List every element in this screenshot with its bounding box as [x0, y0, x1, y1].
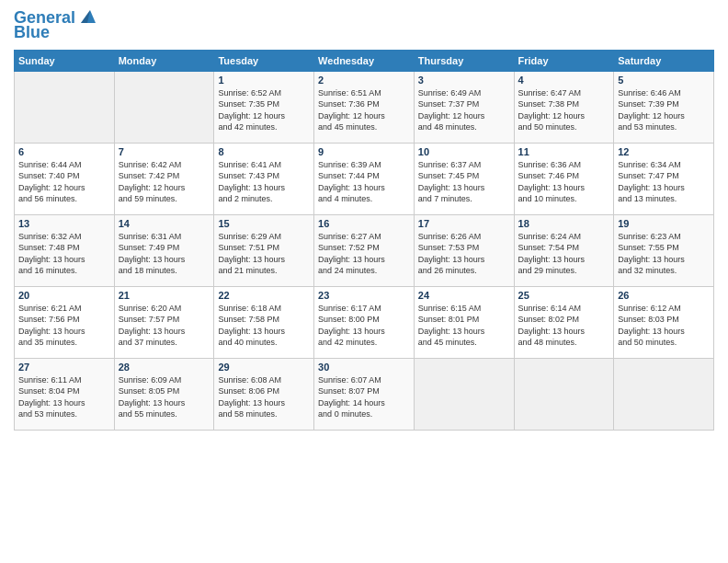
calendar-cell: 30Sunrise: 6:07 AM Sunset: 8:07 PM Dayli…	[314, 358, 415, 430]
day-number: 24	[418, 290, 510, 301]
calendar-cell	[114, 71, 214, 143]
day-number: 16	[318, 218, 410, 229]
calendar-cell: 3Sunrise: 6:49 AM Sunset: 7:37 PM Daylig…	[414, 71, 514, 143]
day-number: 6	[18, 146, 110, 157]
day-number: 21	[119, 290, 210, 301]
day-header: Tuesday	[214, 50, 314, 71]
cell-info: Sunrise: 6:23 AM Sunset: 7:55 PM Dayligh…	[618, 231, 710, 277]
day-number: 3	[418, 75, 510, 86]
calendar-cell: 8Sunrise: 6:41 AM Sunset: 7:43 PM Daylig…	[214, 143, 314, 214]
cell-info: Sunrise: 6:08 AM Sunset: 8:06 PM Dayligh…	[218, 374, 310, 420]
calendar-cell: 14Sunrise: 6:31 AM Sunset: 7:49 PM Dayli…	[114, 214, 214, 286]
day-header: Saturday	[614, 50, 714, 71]
day-header: Sunday	[15, 50, 115, 71]
day-number: 29	[218, 362, 310, 373]
cell-info: Sunrise: 6:14 AM Sunset: 8:02 PM Dayligh…	[518, 303, 610, 349]
calendar-cell: 24Sunrise: 6:15 AM Sunset: 8:01 PM Dayli…	[414, 286, 514, 358]
day-number: 5	[618, 75, 710, 86]
cell-info: Sunrise: 6:42 AM Sunset: 7:42 PM Dayligh…	[119, 159, 210, 205]
cell-info: Sunrise: 6:52 AM Sunset: 7:35 PM Dayligh…	[218, 87, 310, 133]
cell-info: Sunrise: 6:47 AM Sunset: 7:38 PM Dayligh…	[518, 87, 610, 133]
cell-info: Sunrise: 6:27 AM Sunset: 7:52 PM Dayligh…	[318, 231, 410, 277]
day-header: Wednesday	[314, 50, 415, 71]
calendar-cell	[614, 358, 714, 430]
cell-info: Sunrise: 6:12 AM Sunset: 8:03 PM Dayligh…	[618, 303, 710, 349]
day-number: 20	[18, 290, 110, 301]
cell-info: Sunrise: 6:36 AM Sunset: 7:46 PM Dayligh…	[518, 159, 610, 205]
day-number: 11	[518, 146, 610, 157]
calendar-cell: 26Sunrise: 6:12 AM Sunset: 8:03 PM Dayli…	[614, 286, 714, 358]
calendar-cell: 28Sunrise: 6:09 AM Sunset: 8:05 PM Dayli…	[114, 358, 214, 430]
cell-info: Sunrise: 6:29 AM Sunset: 7:51 PM Dayligh…	[218, 231, 310, 277]
cell-info: Sunrise: 6:44 AM Sunset: 7:40 PM Dayligh…	[18, 159, 110, 205]
calendar-cell: 20Sunrise: 6:21 AM Sunset: 7:56 PM Dayli…	[15, 286, 115, 358]
calendar-cell: 19Sunrise: 6:23 AM Sunset: 7:55 PM Dayli…	[614, 214, 714, 286]
day-header: Monday	[114, 50, 214, 71]
day-number: 8	[218, 146, 310, 157]
day-number: 23	[318, 290, 410, 301]
cell-info: Sunrise: 6:21 AM Sunset: 7:56 PM Dayligh…	[18, 303, 110, 349]
calendar-cell: 25Sunrise: 6:14 AM Sunset: 8:02 PM Dayli…	[514, 286, 614, 358]
calendar-cell	[15, 71, 115, 143]
calendar-cell: 2Sunrise: 6:51 AM Sunset: 7:36 PM Daylig…	[314, 71, 415, 143]
calendar-cell: 11Sunrise: 6:36 AM Sunset: 7:46 PM Dayli…	[514, 143, 614, 214]
calendar-table: SundayMondayTuesdayWednesdayThursdayFrid…	[14, 50, 714, 431]
day-header: Thursday	[414, 50, 514, 71]
calendar-cell: 1Sunrise: 6:52 AM Sunset: 7:35 PM Daylig…	[214, 71, 314, 143]
day-number: 30	[318, 362, 410, 373]
cell-info: Sunrise: 6:07 AM Sunset: 8:07 PM Dayligh…	[318, 374, 410, 420]
cell-info: Sunrise: 6:17 AM Sunset: 8:00 PM Dayligh…	[318, 303, 410, 349]
day-number: 17	[418, 218, 510, 229]
cell-info: Sunrise: 6:20 AM Sunset: 7:57 PM Dayligh…	[119, 303, 210, 349]
cell-info: Sunrise: 6:15 AM Sunset: 8:01 PM Dayligh…	[418, 303, 510, 349]
day-number: 4	[518, 75, 610, 86]
calendar-cell: 12Sunrise: 6:34 AM Sunset: 7:47 PM Dayli…	[614, 143, 714, 214]
calendar-cell	[514, 358, 614, 430]
cell-info: Sunrise: 6:09 AM Sunset: 8:05 PM Dayligh…	[119, 374, 210, 420]
calendar-cell: 7Sunrise: 6:42 AM Sunset: 7:42 PM Daylig…	[114, 143, 214, 214]
cell-info: Sunrise: 6:24 AM Sunset: 7:54 PM Dayligh…	[518, 231, 610, 277]
cell-info: Sunrise: 6:37 AM Sunset: 7:45 PM Dayligh…	[418, 159, 510, 205]
cell-info: Sunrise: 6:18 AM Sunset: 7:58 PM Dayligh…	[218, 303, 310, 349]
cell-info: Sunrise: 6:46 AM Sunset: 7:39 PM Dayligh…	[618, 87, 710, 133]
day-number: 25	[518, 290, 610, 301]
calendar-cell: 16Sunrise: 6:27 AM Sunset: 7:52 PM Dayli…	[314, 214, 415, 286]
day-number: 26	[618, 290, 710, 301]
day-number: 9	[318, 146, 410, 157]
day-number: 13	[18, 218, 110, 229]
cell-info: Sunrise: 6:31 AM Sunset: 7:49 PM Dayligh…	[119, 231, 210, 277]
calendar-cell: 5Sunrise: 6:46 AM Sunset: 7:39 PM Daylig…	[614, 71, 714, 143]
day-number: 15	[218, 218, 310, 229]
calendar-cell	[414, 358, 514, 430]
cell-info: Sunrise: 6:39 AM Sunset: 7:44 PM Dayligh…	[318, 159, 410, 205]
cell-info: Sunrise: 6:32 AM Sunset: 7:48 PM Dayligh…	[18, 231, 110, 277]
day-number: 1	[218, 75, 310, 86]
calendar-cell: 15Sunrise: 6:29 AM Sunset: 7:51 PM Dayli…	[214, 214, 314, 286]
day-number: 14	[119, 218, 210, 229]
cell-info: Sunrise: 6:49 AM Sunset: 7:37 PM Dayligh…	[418, 87, 510, 133]
day-number: 27	[18, 362, 110, 373]
logo: General Blue	[14, 9, 97, 42]
calendar-cell: 13Sunrise: 6:32 AM Sunset: 7:48 PM Dayli…	[15, 214, 115, 286]
calendar-cell: 23Sunrise: 6:17 AM Sunset: 8:00 PM Dayli…	[314, 286, 415, 358]
day-number: 22	[218, 290, 310, 301]
day-number: 10	[418, 146, 510, 157]
day-number: 18	[518, 218, 610, 229]
calendar-cell: 29Sunrise: 6:08 AM Sunset: 8:06 PM Dayli…	[214, 358, 314, 430]
calendar-cell: 22Sunrise: 6:18 AM Sunset: 7:58 PM Dayli…	[214, 286, 314, 358]
calendar-cell: 9Sunrise: 6:39 AM Sunset: 7:44 PM Daylig…	[314, 143, 415, 214]
cell-info: Sunrise: 6:11 AM Sunset: 8:04 PM Dayligh…	[18, 374, 110, 420]
day-number: 2	[318, 75, 410, 86]
cell-info: Sunrise: 6:26 AM Sunset: 7:53 PM Dayligh…	[418, 231, 510, 277]
cell-info: Sunrise: 6:41 AM Sunset: 7:43 PM Dayligh…	[218, 159, 310, 205]
calendar-cell: 27Sunrise: 6:11 AM Sunset: 8:04 PM Dayli…	[15, 358, 115, 430]
day-number: 12	[618, 146, 710, 157]
calendar-cell: 10Sunrise: 6:37 AM Sunset: 7:45 PM Dayli…	[414, 143, 514, 214]
day-header: Friday	[514, 50, 614, 71]
calendar-cell: 18Sunrise: 6:24 AM Sunset: 7:54 PM Dayli…	[514, 214, 614, 286]
calendar-cell: 21Sunrise: 6:20 AM Sunset: 7:57 PM Dayli…	[114, 286, 214, 358]
calendar-cell: 4Sunrise: 6:47 AM Sunset: 7:38 PM Daylig…	[514, 71, 614, 143]
cell-info: Sunrise: 6:34 AM Sunset: 7:47 PM Dayligh…	[618, 159, 710, 205]
calendar-cell: 6Sunrise: 6:44 AM Sunset: 7:40 PM Daylig…	[15, 143, 115, 214]
cell-info: Sunrise: 6:51 AM Sunset: 7:36 PM Dayligh…	[318, 87, 410, 133]
